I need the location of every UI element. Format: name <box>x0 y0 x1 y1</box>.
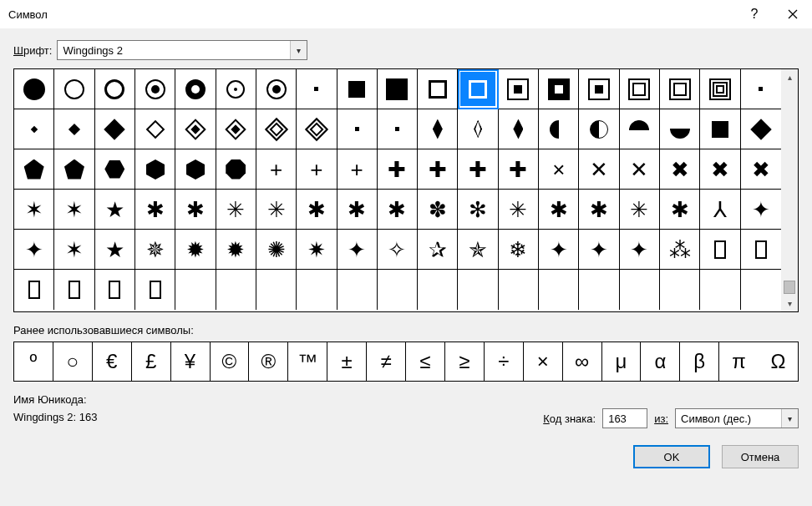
recent-circle-small[interactable]: ○ <box>53 342 93 381</box>
recent-beta[interactable]: β <box>680 342 719 381</box>
symbol-circle-hollow[interactable] <box>54 69 94 109</box>
symbol-star6-bold[interactable]: ✹ <box>216 230 256 270</box>
scroll-up-icon[interactable]: ▴ <box>788 73 792 82</box>
close-button[interactable] <box>774 0 812 28</box>
recent-trademark[interactable]: ™ <box>288 342 327 381</box>
recent-degree[interactable]: º <box>14 342 53 381</box>
symbol-square-solid-large[interactable] <box>378 69 418 109</box>
symbol-sparkle-b[interactable]: ✦ <box>579 230 619 270</box>
symbol-asterism[interactable]: ⁂ <box>660 230 700 270</box>
symbol-empty[interactable] <box>499 270 539 310</box>
symbol-star5-black[interactable]: ★ <box>95 230 135 270</box>
symbol-plus-medium[interactable]: + <box>337 149 378 190</box>
symbol-star4-solid[interactable]: ✦ <box>14 230 54 270</box>
symbol-compass-4[interactable]: ✦ <box>620 230 660 270</box>
symbol-times-medium[interactable]: ✕ <box>579 149 619 190</box>
symbol-star5-gray[interactable]: ✰ <box>418 230 458 270</box>
symbol-half-circle-bottom[interactable] <box>660 109 700 149</box>
symbol-dot-corner[interactable] <box>741 69 781 109</box>
symbol-half-circle-right[interactable] <box>579 109 619 149</box>
recent-copyright[interactable]: © <box>211 342 250 381</box>
symbol-circle-dot[interactable] <box>216 69 256 109</box>
symbol-empty[interactable] <box>620 270 660 310</box>
scroll-down-icon[interactable]: ▾ <box>788 299 792 308</box>
symbol-square-triple[interactable] <box>700 69 740 109</box>
symbol-dot-small-b[interactable] <box>378 109 418 149</box>
recent-registered[interactable]: ® <box>249 342 288 381</box>
symbol-times-thin[interactable]: × <box>539 149 579 190</box>
symbol-asterisk-6[interactable]: ✳ <box>216 190 256 230</box>
symbol-lozenge-hollow[interactable] <box>458 109 498 149</box>
symbol-empty[interactable] <box>175 270 216 310</box>
symbol-plus-heavy[interactable]: ✚ <box>378 149 418 190</box>
symbol-empty[interactable] <box>256 270 297 310</box>
from-dropdown[interactable]: Символ (дес.) ▾ <box>675 408 799 428</box>
symbol-asterisk-wide[interactable]: ✳ <box>620 190 660 230</box>
symbol-empty[interactable] <box>297 270 337 310</box>
symbol-dot-small-a[interactable] <box>337 109 378 149</box>
symbol-circle-solid-large[interactable] <box>14 69 54 109</box>
recent-greater-equal[interactable]: ≥ <box>445 342 485 381</box>
symbol-square-inverse[interactable] <box>539 69 579 109</box>
symbol-shuriken-4a[interactable]: ✦ <box>337 230 378 270</box>
symbol-star5-thin[interactable]: ✶ <box>54 190 94 230</box>
symbol-rect-hollow-a[interactable] <box>700 230 740 270</box>
symbol-pentagon-bold[interactable] <box>54 149 94 190</box>
symbol-plus-light[interactable]: + <box>297 149 337 190</box>
symbol-asterisk-flower[interactable]: ✽ <box>418 190 458 230</box>
symbol-lozenge-solid[interactable] <box>418 109 458 149</box>
symbol-circle-target-inverse[interactable] <box>175 69 216 109</box>
symbol-snowflake[interactable]: ❄ <box>499 230 539 270</box>
scroll-thumb[interactable] <box>784 281 795 294</box>
recent-yen[interactable]: ¥ <box>171 342 211 381</box>
symbol-square-target[interactable] <box>499 69 539 109</box>
symbol-star5-outline[interactable]: ✯ <box>458 230 498 270</box>
symbol-star5-pointed[interactable]: ✵ <box>135 230 175 270</box>
symbol-star8-black[interactable]: ✺ <box>256 230 297 270</box>
recent-less-equal[interactable]: ≤ <box>406 342 445 381</box>
symbol-rect-hollow-d[interactable] <box>54 270 94 310</box>
symbol-lozenge-bold[interactable] <box>499 109 539 149</box>
symbol-diamond-solid[interactable] <box>95 109 135 149</box>
symbol-diamond-tiny[interactable] <box>14 109 54 149</box>
recent-mu[interactable]: μ <box>602 342 642 381</box>
recent-alpha[interactable]: α <box>641 342 680 381</box>
recent-infinity[interactable]: ∞ <box>563 342 602 381</box>
symbol-hexagon-v-solid[interactable] <box>135 149 175 190</box>
symbol-square-frames[interactable] <box>620 69 660 109</box>
symbol-times-bold[interactable]: ✕ <box>620 149 660 190</box>
recent-pound[interactable]: £ <box>132 342 171 381</box>
symbol-star6-outline[interactable]: ✶ <box>14 190 54 230</box>
symbol-star8-bold[interactable]: ✷ <box>297 230 337 270</box>
symbol-empty[interactable] <box>418 270 458 310</box>
symbol-star5-line[interactable]: ✶ <box>54 230 94 270</box>
symbol-dot-tiny[interactable] <box>297 69 337 109</box>
symbol-times-black[interactable]: ✖ <box>700 149 740 190</box>
symbol-empty[interactable] <box>539 270 579 310</box>
symbol-asterisk-black[interactable]: ✱ <box>660 190 700 230</box>
recent-euro[interactable]: € <box>93 342 132 381</box>
symbol-diamond-large[interactable] <box>741 109 781 149</box>
symbol-empty[interactable] <box>741 270 781 310</box>
symbol-square-mid[interactable] <box>700 109 740 149</box>
symbol-octagon-solid[interactable] <box>216 149 256 190</box>
symbol-asterisk-8[interactable]: ✳ <box>499 190 539 230</box>
cancel-button[interactable]: Отмена <box>722 445 799 468</box>
symbol-square-double[interactable] <box>660 69 700 109</box>
symbol-empty[interactable] <box>216 270 256 310</box>
recent-divide[interactable]: ÷ <box>485 342 524 381</box>
symbol-diamond-small[interactable] <box>54 109 94 149</box>
symbol-sparkle-4[interactable]: ✦ <box>741 190 781 230</box>
symbol-empty[interactable] <box>700 270 740 310</box>
symbol-asterisk-5b[interactable]: ✱ <box>337 190 378 230</box>
recent-pi[interactable]: π <box>719 342 759 381</box>
symbol-diamond-frames[interactable] <box>256 109 297 149</box>
symbol-square-hollow-bold[interactable] <box>458 69 498 109</box>
symbol-hexagon-h-solid[interactable] <box>95 149 135 190</box>
symbol-half-circle-top[interactable] <box>620 109 660 149</box>
symbol-circle-target[interactable] <box>135 69 175 109</box>
help-button[interactable]: ? <box>735 0 774 28</box>
symbol-square-solid-small[interactable] <box>337 69 378 109</box>
symbol-empty[interactable] <box>660 270 700 310</box>
symbol-asterisk-open[interactable]: ✻ <box>458 190 498 230</box>
